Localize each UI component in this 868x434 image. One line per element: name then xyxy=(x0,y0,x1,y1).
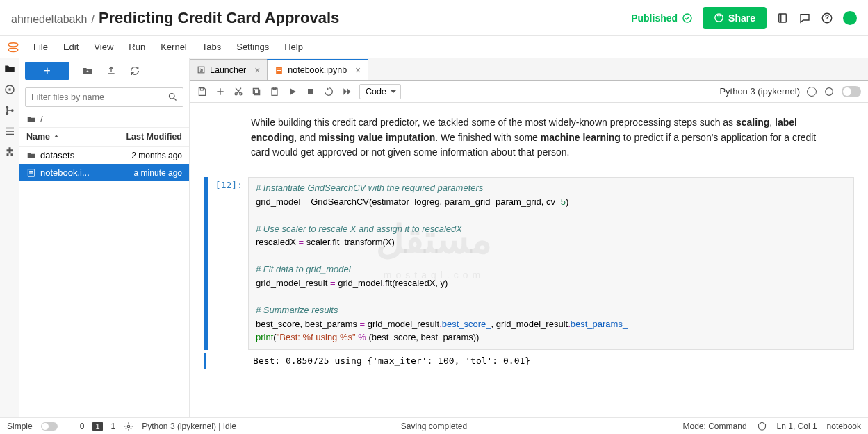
output-prompt xyxy=(207,353,246,369)
svg-point-28 xyxy=(127,425,130,428)
file-mod: 2 months ago xyxy=(113,151,182,160)
menu-run[interactable]: Run xyxy=(122,39,152,55)
simple-toggle[interactable] xyxy=(41,422,58,431)
menu-tabs[interactable]: Tabs xyxy=(195,39,228,55)
kernel-status-icon xyxy=(807,87,817,97)
status-zero[interactable]: 0 xyxy=(80,422,85,431)
paste-icon[interactable] xyxy=(269,86,280,97)
status-lncol[interactable]: Ln 1, Col 1 xyxy=(777,422,817,431)
code-editor[interactable]: # Instantiate GridSearchCV with the requ… xyxy=(248,177,854,350)
svg-rect-22 xyxy=(254,90,259,94)
run-icon[interactable] xyxy=(287,86,298,97)
svg-rect-26 xyxy=(308,89,313,94)
svg-rect-17 xyxy=(277,68,281,69)
notebook-icon xyxy=(275,66,284,75)
cell-indicator xyxy=(204,177,208,350)
menu-file[interactable]: File xyxy=(26,39,55,55)
input-prompt: [12]: xyxy=(209,177,248,350)
file-mod: a minute ago xyxy=(113,168,182,178)
stop-icon[interactable] xyxy=(305,86,316,97)
comment-icon[interactable] xyxy=(799,12,811,24)
new-launcher-button[interactable]: + xyxy=(25,62,69,80)
crumb-root: / xyxy=(40,114,43,124)
topbar-right: Published Share xyxy=(631,7,857,29)
save-icon[interactable] xyxy=(197,86,208,97)
share-icon xyxy=(714,12,724,23)
restart-icon[interactable] xyxy=(323,86,334,97)
svg-point-9 xyxy=(6,112,8,115)
share-label: Share xyxy=(728,12,755,24)
file-list-header: Name Last Modified xyxy=(19,128,189,147)
filter-row xyxy=(19,83,189,111)
breadcrumb: ahmedeltabakh / Predicting Credit Card A… xyxy=(11,9,339,27)
svg-rect-14 xyxy=(29,172,33,173)
extensions-icon[interactable] xyxy=(3,146,16,158)
notebook-content[interactable]: While building this credit card predicto… xyxy=(190,103,868,417)
svg-point-20 xyxy=(235,92,237,94)
new-folder-icon[interactable] xyxy=(82,65,93,76)
status-one[interactable]: 1 xyxy=(111,422,116,431)
running-icon[interactable] xyxy=(3,83,16,96)
header-modified[interactable]: Last Modified xyxy=(113,132,182,142)
svg-point-27 xyxy=(826,87,833,95)
folder-icon[interactable] xyxy=(3,62,16,75)
statusbar: Simple 0 1 1 Python 3 (ipykernel) | Idle… xyxy=(0,417,868,434)
status-simple[interactable]: Simple xyxy=(7,422,33,431)
svg-point-21 xyxy=(240,92,242,94)
share-button[interactable]: Share xyxy=(703,7,767,29)
upload-icon[interactable] xyxy=(106,65,117,76)
cut-icon[interactable] xyxy=(233,86,244,97)
jupyter-logo-icon[interactable] xyxy=(7,41,19,53)
status-kernel[interactable]: Python 3 (ipykernel) | Idle xyxy=(142,422,236,431)
toc-icon[interactable] xyxy=(3,125,16,137)
editor-area: Launcher × notebook.ipynb × Code Python … xyxy=(190,58,868,417)
topbar: ahmedeltabakh / Predicting Credit Card A… xyxy=(0,0,868,36)
svg-rect-13 xyxy=(29,171,33,172)
svg-rect-23 xyxy=(253,88,258,93)
run-all-icon[interactable] xyxy=(341,86,352,97)
header-name[interactable]: Name xyxy=(26,132,113,142)
menu-help[interactable]: Help xyxy=(277,39,310,55)
sort-asc-icon xyxy=(53,133,60,140)
book-icon[interactable] xyxy=(776,12,789,24)
svg-point-10 xyxy=(10,109,13,112)
breadcrumb-user[interactable]: ahmedeltabakh xyxy=(11,13,87,26)
tab-launcher[interactable]: Launcher × xyxy=(190,59,268,80)
tab-notebook[interactable]: notebook.ipynb × xyxy=(267,59,368,80)
terminal-badge[interactable]: 1 xyxy=(92,422,102,431)
markdown-cell[interactable]: While building this credit card predicto… xyxy=(204,110,854,174)
copy-icon[interactable] xyxy=(251,86,262,97)
git-icon[interactable] xyxy=(3,104,16,117)
trust-icon[interactable] xyxy=(824,86,835,97)
published-status[interactable]: Published xyxy=(631,12,693,24)
gear-icon[interactable] xyxy=(124,422,133,431)
help-icon[interactable] xyxy=(821,12,833,24)
refresh-icon[interactable] xyxy=(129,65,140,76)
svg-rect-18 xyxy=(277,69,281,70)
menu-settings[interactable]: Settings xyxy=(229,39,276,55)
debugger-toggle[interactable] xyxy=(842,86,861,97)
kernel-name[interactable]: Python 3 (ipykernel) xyxy=(719,86,800,97)
tab-label: Launcher xyxy=(210,65,246,75)
cell-type-select[interactable]: Code xyxy=(359,84,401,99)
file-row-datasets[interactable]: datasets 2 months ago xyxy=(19,147,189,164)
file-crumb[interactable]: / xyxy=(19,111,189,128)
add-cell-icon[interactable] xyxy=(215,86,226,97)
menu-edit[interactable]: Edit xyxy=(56,39,85,55)
notification-icon[interactable] xyxy=(757,421,767,431)
menu-kernel[interactable]: Kernel xyxy=(154,39,194,55)
code-cell[interactable]: [12]: # Instantiate GridSearchCV with th… xyxy=(204,177,854,350)
svg-point-8 xyxy=(6,106,8,109)
svg-point-4 xyxy=(8,42,18,46)
page-title: Predicting Credit Card Approvals xyxy=(99,9,339,27)
svg-rect-19 xyxy=(200,87,203,90)
search-icon xyxy=(167,92,178,102)
avatar[interactable] xyxy=(843,11,857,25)
close-icon[interactable]: × xyxy=(355,65,361,76)
menu-view[interactable]: View xyxy=(87,39,120,55)
folder-icon xyxy=(26,151,36,160)
file-row-notebook[interactable]: notebook.i... a minute ago xyxy=(19,164,189,181)
close-icon[interactable]: × xyxy=(254,65,260,76)
status-file[interactable]: notebook xyxy=(827,422,861,431)
filter-input[interactable] xyxy=(25,87,183,107)
